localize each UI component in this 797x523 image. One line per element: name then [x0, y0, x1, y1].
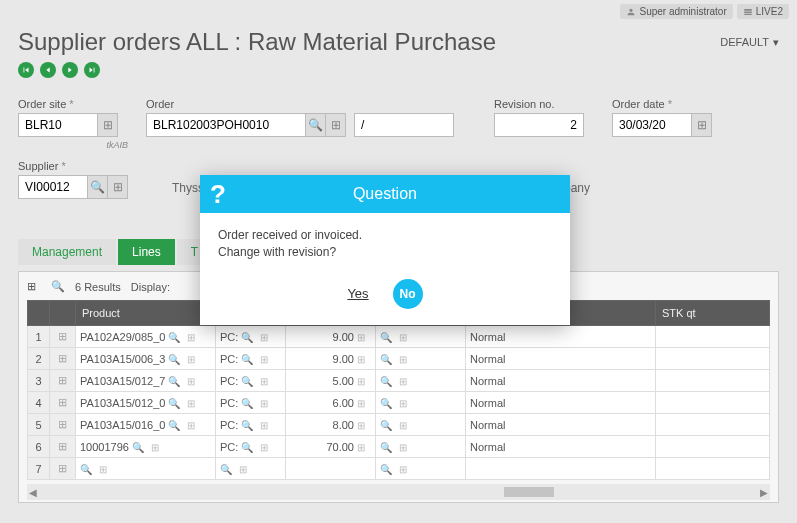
table-row[interactable]: 7⊞ 🔍 ⊞ 🔍 ⊞ 🔍 ⊞ [28, 458, 770, 480]
order-search-icon[interactable]: 🔍 [306, 113, 326, 137]
cell-actions-icon[interactable]: ⊞ [357, 420, 367, 431]
cell-unit[interactable]: PC: 🔍 ⊞ [216, 326, 286, 348]
table-row[interactable]: 1⊞PA102A29/085_0 🔍 ⊞PC: 🔍 ⊞9.00 ⊞ 🔍 ⊞Nor… [28, 326, 770, 348]
cell-purqty[interactable] [286, 458, 376, 480]
cell-unit[interactable]: 🔍 ⊞ [216, 458, 286, 480]
cell-actions-icon[interactable]: 🔍 ⊞ [380, 376, 409, 387]
nav-next-button[interactable] [62, 62, 78, 78]
cell-actions-icon[interactable]: 🔍 ⊞ [380, 398, 409, 409]
cell-linetype[interactable]: Normal [466, 348, 656, 370]
cell-actions-icon[interactable]: 🔍 ⊞ [168, 398, 197, 409]
nav-last-button[interactable] [84, 62, 100, 78]
cell-tax3[interactable]: 🔍 ⊞ [376, 326, 466, 348]
cell-actions-icon[interactable]: 🔍 ⊞ [132, 442, 161, 453]
cell-unit[interactable]: PC: 🔍 ⊞ [216, 370, 286, 392]
yes-button[interactable]: Yes [347, 286, 368, 301]
order-input[interactable] [146, 113, 306, 137]
table-row[interactable]: 3⊞PA103A15/012_7 🔍 ⊞PC: 🔍 ⊞5.00 ⊞ 🔍 ⊞Nor… [28, 370, 770, 392]
row-menu-icon[interactable]: ⊞ [50, 348, 76, 370]
cell-purqty[interactable]: 5.00 ⊞ [286, 370, 376, 392]
table-row[interactable]: 4⊞PA103A15/012_0 🔍 ⊞PC: 🔍 ⊞6.00 ⊞ 🔍 ⊞Nor… [28, 392, 770, 414]
cell-linetype[interactable] [466, 458, 656, 480]
cell-linetype[interactable]: Normal [466, 414, 656, 436]
cell-actions-icon[interactable]: 🔍 ⊞ [168, 376, 197, 387]
scroll-left-arrow[interactable]: ◀ [29, 487, 37, 498]
cell-purqty[interactable]: 70.00 ⊞ [286, 436, 376, 458]
cell-tax3[interactable]: 🔍 ⊞ [376, 370, 466, 392]
cell-unit[interactable]: PC: 🔍 ⊞ [216, 392, 286, 414]
cell-tax3[interactable]: 🔍 ⊞ [376, 414, 466, 436]
cell-purqty[interactable]: 9.00 ⊞ [286, 348, 376, 370]
cell-actions-icon[interactable]: 🔍 ⊞ [168, 332, 197, 343]
nav-first-button[interactable] [18, 62, 34, 78]
environment-badge[interactable]: LIVE2 [737, 4, 789, 19]
cell-actions-icon[interactable]: 🔍 ⊞ [168, 354, 197, 365]
supplier-lookup-icon[interactable]: ⊞ [108, 175, 128, 199]
order-date-calendar-icon[interactable]: ⊞ [692, 113, 712, 137]
cell-tax3[interactable]: 🔍 ⊞ [376, 436, 466, 458]
cell-product[interactable]: PA102A29/085_0 🔍 ⊞ [76, 326, 216, 348]
order-lookup-icon[interactable]: ⊞ [326, 113, 346, 137]
cell-actions-icon[interactable]: 🔍 ⊞ [241, 442, 270, 453]
order-date-input[interactable] [612, 113, 692, 137]
supplier-search-icon[interactable]: 🔍 [88, 175, 108, 199]
nav-prev-button[interactable] [40, 62, 56, 78]
row-menu-icon[interactable]: ⊞ [50, 436, 76, 458]
table-row[interactable]: 6⊞10001796 🔍 ⊞PC: 🔍 ⊞70.00 ⊞ 🔍 ⊞Normal [28, 436, 770, 458]
cell-purqty[interactable]: 8.00 ⊞ [286, 414, 376, 436]
grid-settings-icon[interactable]: ⊞ [27, 280, 41, 294]
horizontal-scrollbar[interactable]: ◀ ▶ [27, 484, 770, 500]
cell-unit[interactable]: PC: 🔍 ⊞ [216, 414, 286, 436]
cell-actions-icon[interactable]: 🔍 ⊞ [241, 332, 270, 343]
cell-linetype[interactable]: Normal [466, 436, 656, 458]
cell-actions-icon[interactable]: ⊞ [357, 332, 367, 343]
cell-actions-icon[interactable]: 🔍 ⊞ [380, 354, 409, 365]
table-row[interactable]: 2⊞PA103A15/006_3 🔍 ⊞PC: 🔍 ⊞9.00 ⊞ 🔍 ⊞Nor… [28, 348, 770, 370]
cell-linetype[interactable]: Normal [466, 392, 656, 414]
cell-stkqty[interactable] [656, 436, 770, 458]
cell-stkqty[interactable] [656, 458, 770, 480]
cell-actions-icon[interactable]: 🔍 ⊞ [380, 442, 409, 453]
cell-actions-icon[interactable]: ⊞ [357, 398, 367, 409]
cell-unit[interactable]: PC: 🔍 ⊞ [216, 436, 286, 458]
row-menu-icon[interactable]: ⊞ [50, 326, 76, 348]
default-dropdown[interactable]: DEFAULT ▾ [720, 36, 779, 49]
cell-product[interactable]: PA103A15/016_0 🔍 ⊞ [76, 414, 216, 436]
cell-tax3[interactable]: 🔍 ⊞ [376, 392, 466, 414]
cell-actions-icon[interactable]: ⊞ [357, 442, 367, 453]
cell-actions-icon[interactable]: 🔍 ⊞ [80, 464, 109, 475]
order-secondary-input[interactable] [354, 113, 454, 137]
cell-product[interactable]: PA103A15/006_3 🔍 ⊞ [76, 348, 216, 370]
col-stkqty[interactable]: STK qt [656, 301, 770, 326]
cell-actions-icon[interactable]: 🔍 ⊞ [241, 420, 270, 431]
cell-tax3[interactable]: 🔍 ⊞ [376, 458, 466, 480]
cell-actions-icon[interactable]: 🔍 ⊞ [380, 464, 409, 475]
revision-input[interactable] [494, 113, 584, 137]
cell-stkqty[interactable] [656, 370, 770, 392]
cell-actions-icon[interactable]: 🔍 ⊞ [241, 376, 270, 387]
cell-stkqty[interactable] [656, 326, 770, 348]
cell-actions-icon[interactable]: 🔍 ⊞ [168, 420, 197, 431]
cell-actions-icon[interactable]: 🔍 ⊞ [241, 398, 270, 409]
tab-management[interactable]: Management [18, 239, 116, 265]
grid-search-icon[interactable]: 🔍 [51, 280, 65, 294]
cell-product[interactable]: 🔍 ⊞ [76, 458, 216, 480]
row-menu-icon[interactable]: ⊞ [50, 458, 76, 480]
row-menu-icon[interactable]: ⊞ [50, 370, 76, 392]
user-role-badge[interactable]: Super administrator [620, 4, 732, 19]
table-row[interactable]: 5⊞PA103A15/016_0 🔍 ⊞PC: 🔍 ⊞8.00 ⊞ 🔍 ⊞Nor… [28, 414, 770, 436]
scroll-thumb[interactable] [504, 487, 554, 497]
cell-linetype[interactable]: Normal [466, 326, 656, 348]
scroll-right-arrow[interactable]: ▶ [760, 487, 768, 498]
cell-stkqty[interactable] [656, 348, 770, 370]
cell-actions-icon[interactable]: ⊞ [357, 354, 367, 365]
cell-product[interactable]: PA103A15/012_0 🔍 ⊞ [76, 392, 216, 414]
cell-tax3[interactable]: 🔍 ⊞ [376, 348, 466, 370]
cell-unit[interactable]: PC: 🔍 ⊞ [216, 348, 286, 370]
no-button[interactable]: No [393, 279, 423, 309]
row-menu-icon[interactable]: ⊞ [50, 392, 76, 414]
tab-lines[interactable]: Lines [118, 239, 175, 265]
cell-actions-icon[interactable]: 🔍 ⊞ [380, 420, 409, 431]
supplier-input[interactable] [18, 175, 88, 199]
order-site-lookup-icon[interactable]: ⊞ [98, 113, 118, 137]
